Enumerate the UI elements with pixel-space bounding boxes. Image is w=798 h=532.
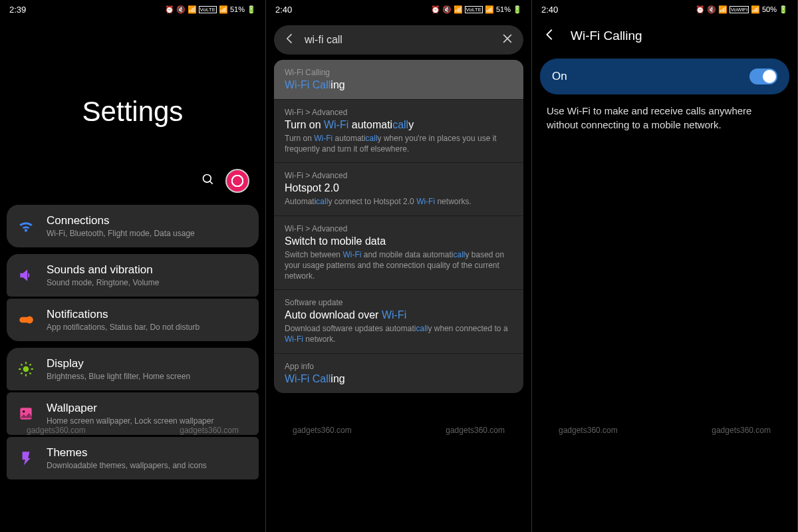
signal-icon: 📶 [485,5,494,14]
alarm-icon: ⏰ [165,5,174,14]
result-description: Download software updates automatically … [285,323,513,344]
wallpaper-icon [17,405,35,422]
sound-icon [17,267,35,284]
signal-icon: 📶 [219,5,228,14]
volte-icon: VoLTE [199,6,217,13]
settings-row-themes[interactable]: Themes Downloadable themes, wallpapers, … [7,437,259,479]
volte-icon: VoLTE [465,6,483,13]
result-description: Switch between Wi-Fi and mobile data aut… [285,249,513,282]
result-breadcrumb: Software update [285,298,513,307]
battery-text: 51% [496,5,511,13]
battery-text: 51% [230,5,245,13]
screen-settings: 2:39 ⏰ 🔇 📶 VoLTE 📶 51% 🔋 Settings Connec… [0,0,266,532]
svg-line-1 [210,182,213,184]
toggle-switch[interactable] [749,68,777,84]
display-icon [17,360,35,378]
app-bar: Wi-Fi Calling [532,19,797,53]
row-subtitle: Wi-Fi, Bluetooth, Flight mode, Data usag… [47,229,248,238]
row-subtitle: Home screen wallpaper, Lock screen wallp… [47,416,248,426]
settings-row-wallpaper[interactable]: Wallpaper Home screen wallpaper, Lock sc… [7,392,259,435]
result-breadcrumb: Wi-Fi > Advanced [285,171,513,180]
result-title: Wi-Fi Calling [285,79,513,91]
result-title: Hotspot 2.0 [285,182,513,194]
mute-icon: 🔇 [176,5,186,14]
status-bar: 2:40 ⏰ 🔇 📶 VoWiFi 📶 50% 🔋 [532,0,797,19]
row-title: Connections [47,214,248,227]
status-icons: ⏰ 🔇 📶 VoWiFi 📶 50% 🔋 [696,5,788,14]
wifi-icon: 📶 [188,5,197,14]
result-breadcrumb: Wi-Fi > Advanced [285,224,513,233]
battery-text: 50% [762,5,777,13]
settings-row-display[interactable]: Display Brightness, Blue light filter, H… [7,348,259,390]
themes-icon [17,450,35,467]
search-result[interactable]: Wi-Fi > Advanced Hotspot 2.0Automaticall… [274,163,523,215]
result-breadcrumb: Wi-Fi > Advanced [285,108,513,117]
battery-icon: 🔋 [247,5,256,14]
row-title: Themes [47,446,248,460]
mute-icon: 🔇 [707,5,716,14]
search-results: Wi-Fi Calling Wi-Fi CallingWi-Fi > Advan… [266,60,531,393]
avatar[interactable] [225,169,249,193]
wifi-icon: 📶 [454,5,463,14]
result-description: Automatically connect to Hotspot 2.0 Wi-… [285,196,513,207]
svg-line-9 [21,364,22,365]
vowifi-icon: VoWiFi [730,6,749,13]
search-bar: wi-fi call [274,25,523,55]
search-icon[interactable] [201,173,215,189]
search-result[interactable]: Software update Auto download over Wi-Fi… [274,290,523,353]
search-result[interactable]: Wi-Fi Calling Wi-Fi Calling [274,60,523,100]
svg-point-3 [26,317,33,324]
watermark: gadgets360.comgadgets360.com [532,426,797,435]
status-bar: 2:39 ⏰ 🔇 📶 VoLTE 📶 51% 🔋 [0,0,265,19]
back-icon[interactable] [283,32,297,48]
clock: 2:40 [275,5,292,15]
result-title: Switch to mobile data [285,235,513,247]
svg-line-11 [21,372,22,374]
clear-icon[interactable] [501,32,514,48]
mute-icon: 🔇 [442,5,452,14]
notif-icon [17,311,35,329]
result-description: Turn on Wi-Fi automatically when you're … [285,133,513,154]
row-subtitle: Brightness, Blue light filter, Home scre… [47,372,248,381]
search-input[interactable]: wi-fi call [305,34,493,46]
settings-hero: Settings [0,19,265,205]
back-icon[interactable] [543,27,557,45]
result-breadcrumb: Wi-Fi Calling [285,68,513,77]
search-result[interactable]: Wi-Fi > Advanced Turn on Wi-Fi automatic… [274,100,523,163]
status-icons: ⏰ 🔇 📶 VoLTE 📶 51% 🔋 [431,5,522,14]
status-bar: 2:40 ⏰ 🔇 📶 VoLTE 📶 51% 🔋 [266,0,531,19]
result-title: Turn on Wi-Fi automatically [285,119,513,131]
svg-point-4 [23,366,29,372]
settings-row-wifi[interactable]: Connections Wi-Fi, Bluetooth, Flight mod… [7,205,259,247]
master-toggle-card[interactable]: On [540,59,789,94]
page-title: Wi-Fi Calling [571,29,642,43]
settings-row-notif[interactable]: Notifications App notifications, Status … [7,299,259,341]
row-title: Sounds and vibration [47,263,248,277]
description: Use Wi-Fi to make and receive calls anyw… [532,104,797,132]
row-subtitle: Sound mode, Ringtone, Volume [47,278,248,287]
clock: 2:39 [9,5,26,15]
row-title: Wallpaper [47,402,248,415]
row-title: Display [47,357,248,370]
toggle-label: On [552,70,567,83]
settings-row-sound[interactable]: Sounds and vibration Sound mode, Rington… [7,254,259,297]
alarm-icon: ⏰ [431,5,440,14]
screen-wifi-calling: 2:40 ⏰ 🔇 📶 VoWiFi 📶 50% 🔋 Wi-Fi Calling … [532,0,798,532]
svg-point-14 [23,410,25,412]
result-title: Wi-Fi Calling [285,373,513,385]
watermark: gadgets360.comgadgets360.com [266,426,531,435]
alarm-icon: ⏰ [696,5,705,14]
battery-icon: 🔋 [513,5,522,14]
result-breadcrumb: App info [285,362,513,371]
settings-list: Connections Wi-Fi, Bluetooth, Flight mod… [0,205,265,479]
row-subtitle: App notifications, Status bar, Do not di… [47,323,248,332]
screen-search: 2:40 ⏰ 🔇 📶 VoLTE 📶 51% 🔋 wi-fi call Wi-F… [266,0,532,532]
search-result[interactable]: App info Wi-Fi Calling [274,354,523,393]
signal-icon: 📶 [751,5,760,14]
search-result[interactable]: Wi-Fi > Advanced Switch to mobile dataSw… [274,216,523,291]
row-title: Notifications [47,308,248,321]
clock: 2:40 [541,5,558,15]
status-icons: ⏰ 🔇 📶 VoLTE 📶 51% 🔋 [165,5,256,14]
wifi-icon [17,217,35,235]
page-title: Settings [82,96,184,128]
